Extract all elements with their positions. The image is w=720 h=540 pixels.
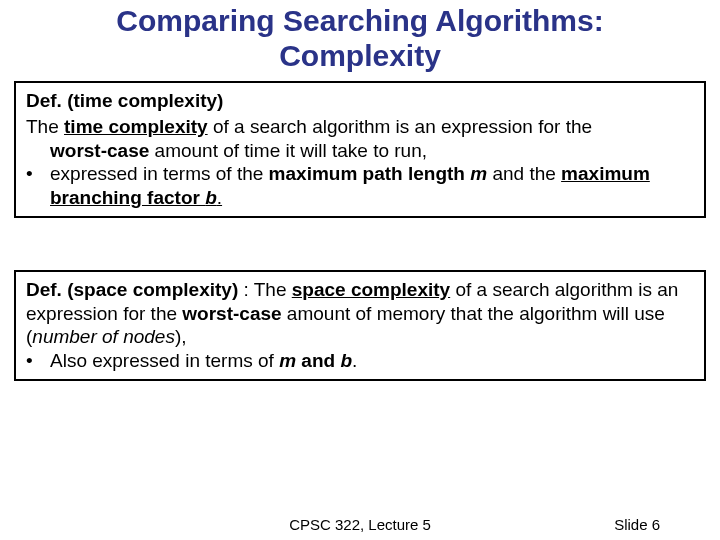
- bullet-dot: •: [26, 349, 50, 373]
- bullet-text: expressed in terms of the maximum path l…: [50, 162, 694, 210]
- definition-box-space: Def. (space complexity) : The space comp…: [14, 270, 706, 381]
- term-number-of-nodes: number of nodes: [32, 326, 175, 347]
- text: and: [296, 350, 340, 371]
- title-line-2: Complexity: [279, 39, 441, 72]
- text: .: [217, 187, 222, 208]
- def-space-label: Def. (space complexity): [26, 279, 238, 300]
- var-m: m: [279, 350, 296, 371]
- def-time-body-cont: worst-case amount of time it will take t…: [50, 139, 694, 163]
- var-b: b: [205, 187, 217, 208]
- var-m: m: [470, 163, 487, 184]
- slide-title: Comparing Searching Algorithms: Complexi…: [0, 0, 720, 73]
- bullet-text: Also expressed in terms of m and b.: [50, 349, 694, 373]
- slide: Comparing Searching Algorithms: Complexi…: [0, 0, 720, 540]
- def-time-label: Def. (time complexity): [26, 90, 223, 111]
- def-space-body: Def. (space complexity) : The space comp…: [26, 278, 694, 349]
- bullet-dot: •: [26, 162, 50, 210]
- definition-box-time: Def. (time complexity) The time complexi…: [14, 81, 706, 218]
- term-worst-case: worst-case: [182, 303, 281, 324]
- term-time-complexity: time complexity: [64, 116, 208, 137]
- text: The: [26, 116, 64, 137]
- def-time-body: The time complexity of a search algorith…: [26, 115, 694, 139]
- def-time-bullet: • expressed in terms of the maximum path…: [26, 162, 694, 210]
- text: : The: [238, 279, 292, 300]
- title-line-1: Comparing Searching Algorithms:: [116, 4, 603, 37]
- text: .: [352, 350, 357, 371]
- text: expressed in terms of the: [50, 163, 269, 184]
- var-b: b: [340, 350, 352, 371]
- text: of a search algorithm is an expression f…: [208, 116, 592, 137]
- term-space-complexity: space complexity: [292, 279, 450, 300]
- term-worst-case: worst-case: [50, 140, 149, 161]
- footer-slide-number: Slide 6: [614, 516, 660, 533]
- text: Also expressed in terms of: [50, 350, 279, 371]
- text: ),: [175, 326, 187, 347]
- def-time-heading: Def. (time complexity): [26, 89, 694, 113]
- footer-course: CPSC 322, Lecture 5: [0, 516, 720, 533]
- def-space-bullet: • Also expressed in terms of m and b.: [26, 349, 694, 373]
- text: amount of time it will take to run,: [149, 140, 427, 161]
- text: and the: [487, 163, 561, 184]
- term-max-path-length: maximum path length: [269, 163, 471, 184]
